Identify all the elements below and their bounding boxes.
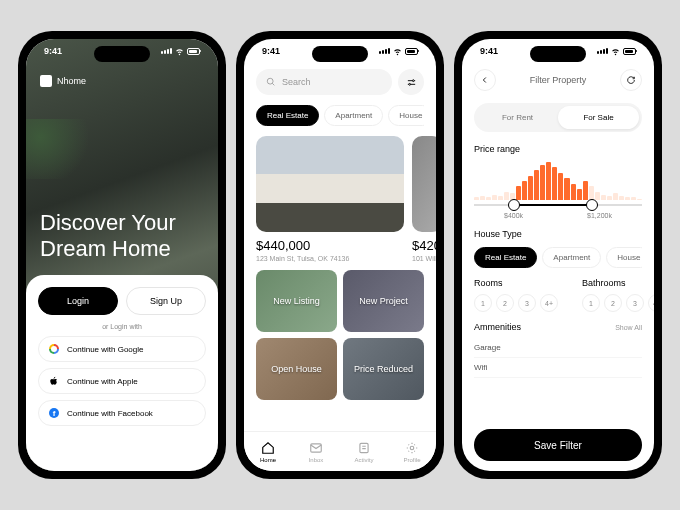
price-min-label: $400k — [504, 212, 523, 219]
listing-image — [412, 136, 436, 232]
type-house[interactable]: House — [606, 247, 642, 268]
phone-login: 9:41 Nhome Discover Your Dream Home Logi… — [18, 31, 226, 479]
brand-logo-icon — [40, 75, 52, 87]
continue-facebook-button[interactable]: f Continue with Facebook — [38, 400, 206, 426]
signup-button[interactable]: Sign Up — [126, 287, 206, 315]
auth-panel: Login Sign Up or Login with Continue wit… — [26, 275, 218, 471]
wifi-icon — [175, 47, 184, 56]
rooms-label: Rooms — [474, 278, 558, 288]
tab-profile[interactable]: Profile — [388, 432, 436, 471]
price-range-label: Price range — [474, 144, 642, 154]
rooms-2[interactable]: 2 — [496, 294, 514, 312]
dynamic-island — [94, 46, 150, 62]
baths-2[interactable]: 2 — [604, 294, 622, 312]
google-label: Continue with Google — [67, 345, 144, 354]
chip-real-estate[interactable]: Real Estate — [256, 105, 319, 126]
listing-card[interactable]: $420, 101 Willow — [412, 136, 436, 262]
listing-address: 101 Willow — [412, 255, 436, 262]
type-real-estate[interactable]: Real Estate — [474, 247, 537, 268]
continue-google-button[interactable]: Continue with Google — [38, 336, 206, 362]
filter-button[interactable] — [398, 69, 424, 95]
rooms-4plus[interactable]: 4+ — [540, 294, 558, 312]
continue-apple-button[interactable]: Continue with Apple — [38, 368, 206, 394]
category-label: Price Reduced — [354, 364, 413, 374]
seg-for-sale[interactable]: For Sale — [558, 106, 639, 129]
baths-1[interactable]: 1 — [582, 294, 600, 312]
chip-apartment[interactable]: Apartment — [324, 105, 383, 126]
category-label: New Project — [359, 296, 408, 306]
svg-point-2 — [408, 83, 410, 85]
category-open-house[interactable]: Open House — [256, 338, 337, 400]
login-button[interactable]: Login — [38, 287, 118, 315]
phone-browse: 9:41 Search Real Estate Apartment Ho — [236, 31, 444, 479]
sliders-icon — [406, 77, 417, 88]
tab-home[interactable]: Home — [244, 432, 292, 471]
back-button[interactable] — [474, 69, 496, 91]
chip-house[interactable]: House — [388, 105, 424, 126]
tab-inbox[interactable]: Inbox — [292, 432, 340, 471]
listing-image — [256, 136, 404, 232]
battery-icon — [623, 48, 636, 55]
inbox-icon — [309, 441, 323, 455]
filter-title: Filter Property — [530, 75, 587, 85]
tab-label: Inbox — [309, 457, 324, 463]
svg-point-1 — [412, 79, 414, 81]
tab-label: Home — [260, 457, 276, 463]
brand: Nhome — [40, 75, 86, 87]
baths-3[interactable]: 3 — [626, 294, 644, 312]
category-new-listing[interactable]: New Listing — [256, 270, 337, 332]
amenities-label: Ammenities — [474, 322, 521, 332]
signal-icon — [161, 48, 172, 54]
dynamic-island — [530, 46, 586, 62]
phone-filter: 9:41 Filter Property For Rent For Sale — [454, 31, 662, 479]
listing-card[interactable]: $440,000 123 Main St, Tulsa, OK 74136 — [256, 136, 404, 262]
category-label: New Listing — [273, 296, 320, 306]
show-all-link[interactable]: Show All — [615, 324, 642, 331]
price-slider-fill — [511, 204, 595, 206]
save-filter-button[interactable]: Save Filter — [474, 429, 642, 461]
svg-point-0 — [267, 78, 273, 84]
tab-activity[interactable]: Activity — [340, 432, 388, 471]
rooms-1[interactable]: 1 — [474, 294, 492, 312]
rooms-3[interactable]: 3 — [518, 294, 536, 312]
chevron-left-icon — [480, 75, 490, 85]
signal-icon — [379, 48, 390, 54]
reset-button[interactable] — [620, 69, 642, 91]
facebook-icon: f — [49, 408, 59, 418]
search-placeholder: Search — [282, 77, 311, 87]
tab-label: Activity — [354, 457, 373, 463]
battery-icon — [405, 48, 418, 55]
svg-point-5 — [410, 446, 414, 450]
price-min-thumb[interactable] — [508, 199, 520, 211]
status-time: 9:41 — [262, 46, 280, 56]
category-price-reduced[interactable]: Price Reduced — [343, 338, 424, 400]
apple-label: Continue with Apple — [67, 377, 138, 386]
house-type-label: House Type — [474, 229, 642, 239]
amenity-wifi[interactable]: Wifi — [474, 358, 642, 378]
listing-price: $420, — [412, 238, 436, 253]
battery-icon — [187, 48, 200, 55]
wifi-icon — [393, 47, 402, 56]
price-histogram — [474, 162, 642, 200]
listing-address: 123 Main St, Tulsa, OK 74136 — [256, 255, 404, 262]
profile-icon — [405, 441, 419, 455]
hero-headline: Discover Your Dream Home — [40, 210, 176, 261]
price-max-thumb[interactable] — [586, 199, 598, 211]
google-icon — [49, 344, 59, 354]
amenity-garage[interactable]: Garage — [474, 338, 642, 358]
search-input[interactable]: Search — [256, 69, 392, 95]
category-label: Open House — [271, 364, 322, 374]
tab-label: Profile — [403, 457, 420, 463]
brand-name: Nhome — [57, 76, 86, 86]
baths-4plus[interactable]: 4+ — [648, 294, 654, 312]
bathrooms-label: Bathrooms — [582, 278, 654, 288]
category-chips: Real Estate Apartment House Motels — [256, 105, 424, 126]
price-slider[interactable] — [474, 204, 642, 206]
refresh-icon — [626, 75, 636, 85]
type-apartment[interactable]: Apartment — [542, 247, 601, 268]
price-max-label: $1,200k — [587, 212, 612, 219]
category-new-project[interactable]: New Project — [343, 270, 424, 332]
listing-price: $440,000 — [256, 238, 404, 253]
seg-for-rent[interactable]: For Rent — [477, 106, 558, 129]
home-icon — [261, 441, 275, 455]
